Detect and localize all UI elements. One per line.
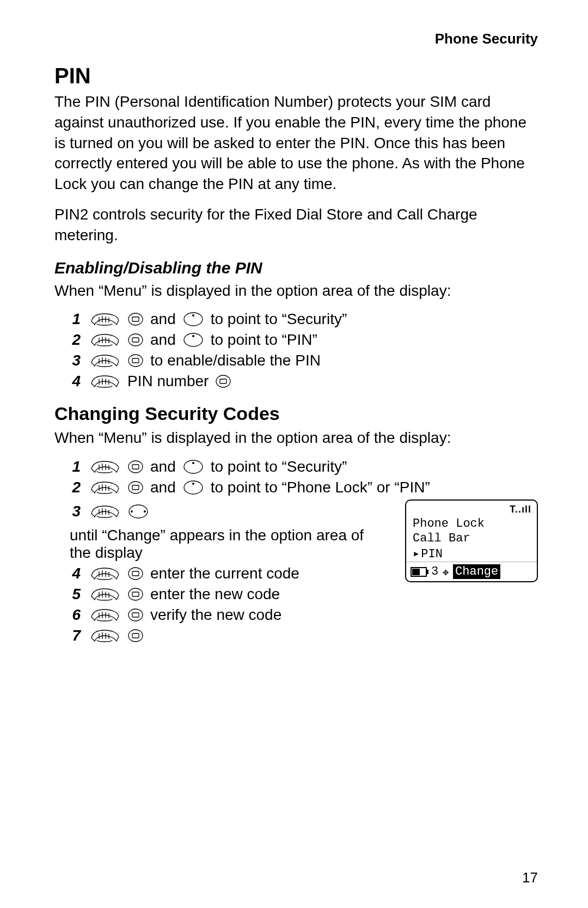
step-number: 1: [70, 310, 81, 328]
page-number: 17: [522, 869, 538, 886]
hand-icon: [89, 503, 121, 520]
step-row: 4 PIN number: [70, 373, 538, 390]
step-text: enter the new code: [150, 586, 280, 603]
step-number: 7: [70, 627, 81, 644]
hand-icon: [89, 310, 121, 328]
pin-paragraph-1: The PIN (Personal Identification Number)…: [54, 92, 538, 194]
footer-number: 3: [431, 565, 438, 578]
enable-steps: 1 and to point to “Security” 2 and to po…: [54, 310, 538, 390]
footer-softkey-label: Change: [453, 564, 500, 579]
step-row: 3 to enable/disable the PIN: [70, 352, 538, 369]
step-text: to point to “Security”: [211, 310, 347, 328]
hand-icon: [89, 479, 121, 496]
softkey-icon: [127, 459, 144, 475]
step-text: enter the current code: [150, 565, 299, 582]
step-number: 2: [70, 331, 81, 349]
hand-icon: [89, 606, 121, 624]
page-header: Phone Security: [54, 31, 538, 47]
softkey-icon: [127, 332, 144, 348]
hand-icon: [89, 373, 121, 390]
phone-footer: 3 ✥ Change: [406, 562, 537, 581]
softkey-icon: [127, 586, 144, 602]
nav-up-icon: [182, 311, 204, 327]
hand-icon: [89, 458, 121, 476]
step-number: 3: [70, 503, 81, 520]
step-text: verify the new code: [150, 606, 281, 624]
step-text: to point to “Security”: [211, 458, 347, 476]
step-number: 1: [70, 458, 81, 476]
hand-icon: [89, 331, 121, 349]
softkey-icon: [127, 479, 144, 496]
enable-heading: Enabling/Disabling the PIN: [54, 259, 538, 277]
softkey-icon: [127, 627, 144, 644]
step-text: and: [150, 479, 176, 496]
battery-icon: [411, 567, 427, 577]
step-text: to point to “Phone Lock” or “PIN”: [211, 479, 430, 496]
step-number: 3: [70, 352, 81, 369]
nav-diamond-icon: ✥: [443, 566, 449, 578]
phone-menu-item: Call Bar: [406, 531, 537, 546]
nav-up-icon: [182, 479, 204, 496]
nav-side-icon: [127, 503, 149, 520]
signal-icon: T..ıll: [406, 504, 537, 516]
phone-menu-item: Phone Lock: [406, 516, 537, 531]
step-row: 4 enter the current code: [70, 565, 390, 582]
softkey-icon: [127, 565, 144, 582]
step-number: 5: [70, 586, 81, 603]
step-text: and: [150, 458, 176, 476]
step-row: 1 and to point to “Security”: [70, 310, 538, 328]
pin-heading: PIN: [54, 64, 538, 88]
softkey-icon: [127, 352, 144, 369]
change-steps: 1 and to point to “Security” 2 and to po…: [54, 458, 538, 648]
step-row: 3 until “Change” appears in the option a…: [70, 503, 390, 562]
step-row: 7: [70, 627, 390, 644]
step-text: to point to “PIN”: [211, 331, 317, 349]
phone-menu-item-selected: PIN: [406, 546, 537, 562]
step-number: 4: [70, 565, 81, 582]
hand-icon: [89, 352, 121, 369]
step-row: 1 and to point to “Security”: [70, 458, 538, 476]
step-row: 6 verify the new code: [70, 606, 390, 624]
enable-intro: When “Menu” is displayed in the option a…: [54, 281, 538, 301]
step-row: 2 and to point to “PIN”: [70, 331, 538, 349]
step-text: to enable/disable the PIN: [150, 352, 321, 369]
pin-paragraph-2: PIN2 controls security for the Fixed Dia…: [54, 204, 538, 246]
softkey-icon: [127, 607, 144, 623]
softkey-icon: [215, 373, 231, 389]
step-text: until “Change” appears in the option are…: [70, 527, 375, 562]
step-text: PIN number: [127, 373, 209, 390]
hand-icon: [89, 627, 121, 644]
nav-up-icon: [182, 332, 204, 348]
hand-icon: [89, 565, 121, 582]
softkey-icon: [127, 311, 144, 327]
phone-screen-mock: T..ıll Phone Lock Call Bar PIN 3 ✥ Chang…: [405, 499, 538, 582]
step-text: and: [150, 310, 176, 328]
step-number: 6: [70, 606, 81, 624]
step-text: and: [150, 331, 176, 349]
step-row: 5 enter the new code: [70, 586, 390, 603]
step-number: 2: [70, 479, 81, 496]
nav-up-icon: [182, 459, 204, 475]
change-intro: When “Menu” is displayed in the option a…: [54, 428, 538, 448]
step-number: 4: [70, 373, 81, 390]
change-heading: Changing Security Codes: [54, 403, 538, 424]
hand-icon: [89, 586, 121, 603]
step-row: 2 and to point to “Phone Lock” or “PIN”: [70, 479, 538, 496]
